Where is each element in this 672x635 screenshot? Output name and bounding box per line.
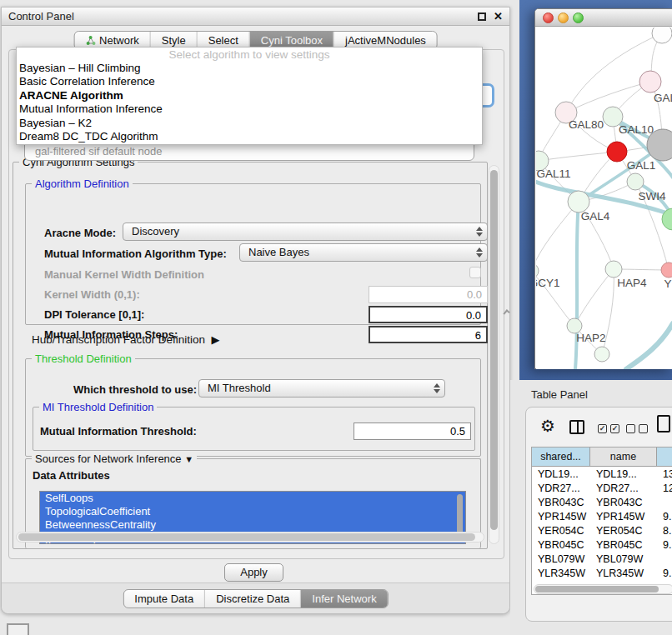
gear-icon[interactable]: ⚙	[540, 417, 555, 435]
sources-title-text: Sources for Network Inference	[35, 452, 182, 465]
data-attribute-item[interactable]: SelfLoops	[40, 492, 465, 505]
table-cell: 9.	[657, 538, 672, 552]
checked-box-icon[interactable]: ✓	[610, 424, 619, 433]
settings-horizontal-scrollbar[interactable]	[16, 532, 484, 542]
aracne-mode-combo[interactable]: Discovery	[123, 222, 488, 241]
close-traffic-light-icon[interactable]	[543, 12, 554, 23]
tab-discretize-data[interactable]: Discretize Data	[204, 590, 300, 608]
table-cell: 8.	[657, 524, 672, 538]
network-node[interactable]	[607, 142, 627, 162]
table-horizontal-scrollbar[interactable]	[534, 584, 672, 594]
table-cell: YPR145W	[532, 510, 590, 524]
network-node-label: GAL	[654, 92, 672, 104]
float-window-icon[interactable]	[478, 12, 486, 21]
column-layout-icon[interactable]	[569, 420, 584, 434]
checked-box-icon[interactable]: ✓	[598, 424, 607, 433]
table-cell: YIL052C	[590, 581, 657, 583]
network-window-titlebar	[535, 9, 672, 27]
algorithm-option[interactable]: Bayesian – K2	[17, 117, 482, 130]
mi-type-combo[interactable]: Naive Bayes	[239, 243, 488, 262]
unchecked-box-icon[interactable]	[626, 424, 635, 433]
algorithm-option[interactable]: Mutual Information Inference	[17, 102, 482, 116]
table-row[interactable]: YLR345WYLR345W9.	[532, 567, 672, 581]
network-icon	[85, 36, 95, 46]
table-cell: YDL19...	[532, 468, 590, 482]
settings-vertical-scrollbar[interactable]	[489, 165, 499, 544]
combo-stepper-icon	[475, 247, 483, 258]
network-node[interactable]	[594, 347, 609, 362]
column-header-partial[interactable]: A	[657, 448, 672, 467]
tab-infer-network[interactable]: Infer Network	[300, 590, 387, 608]
manual-kernel-checkbox[interactable]	[469, 267, 481, 278]
algorithm-option[interactable]: Basic Correlation Inference	[17, 75, 482, 88]
table-panel-title: Table Panel	[531, 388, 588, 401]
mi-steps-field[interactable]: 6	[369, 326, 488, 343]
table-cell: YIL052C	[532, 581, 590, 583]
table-cell: YBL079W	[532, 552, 590, 567]
table-row[interactable]: YPR145WYPR145W9.	[532, 510, 672, 524]
scrollbar-thumb[interactable]	[490, 170, 498, 530]
table-cell: YLR345W	[532, 567, 590, 581]
tab-impute-data[interactable]: Impute Data	[123, 590, 204, 608]
cyni-algorithm-settings-group: Cyni Algorithm Settings Algorithm Defini…	[13, 162, 488, 549]
network-node[interactable]	[605, 261, 622, 278]
network-node[interactable]	[652, 28, 672, 43]
table-row[interactable]: YBL079WYBL079W	[532, 552, 672, 567]
scrollbar-thumb[interactable]	[18, 533, 475, 541]
network-node[interactable]	[639, 71, 661, 92]
hub-tf-label: Hub/Transcription Factor Definition	[32, 333, 205, 346]
mi-threshold-field[interactable]: 0.5	[354, 422, 471, 440]
kernel-width-field[interactable]: 0.0	[369, 286, 488, 303]
scrollbar-thumb[interactable]	[535, 586, 659, 592]
table-cell: YDR27...	[532, 482, 590, 496]
minimize-traffic-light-icon[interactable]	[558, 12, 569, 23]
network-svg: GALGAL80GAL10GAL1GAL11SWI4GAL4GCY1HAP4YH…	[536, 28, 672, 369]
algorithm-option[interactable]: ARACNE Algorithm	[17, 89, 482, 102]
network-node-label: GAL1	[627, 159, 656, 172]
tab-label: Discretize Data	[216, 590, 289, 608]
column-header-name[interactable]: name	[590, 448, 657, 467]
screen: Control Panel ✕ Network Style	[0, 0, 672, 635]
data-attribute-item[interactable]: BetweennessCentrality	[40, 518, 465, 532]
collapse-arrow-icon: ▼	[184, 454, 193, 464]
table-cell: YER054C	[590, 524, 657, 538]
apply-button[interactable]: Apply	[224, 563, 283, 582]
close-window-icon[interactable]: ✕	[494, 8, 503, 26]
algorithm-option[interactable]: Dream8 DC_TDC Algorithm	[17, 130, 482, 143]
aracne-mode-label: Aracne Mode:	[44, 227, 116, 239]
table-row[interactable]: YIL052CYIL052C9.	[532, 581, 672, 583]
network-node[interactable]	[627, 173, 644, 190]
column-header-shared-name[interactable]: shared...	[532, 448, 590, 467]
algorithm-option[interactable]: Bayesian – Hill Climbing	[17, 62, 482, 75]
table-cell: YER054C	[532, 524, 590, 538]
table-row[interactable]: YBR043CYBR043C	[532, 496, 672, 510]
network-node[interactable]	[661, 262, 672, 278]
network-canvas[interactable]: GALGAL80GAL10GAL1GAL11SWI4GAL4GCY1HAP4YH…	[536, 28, 672, 369]
table-row[interactable]: YDR27...YDR27...12	[532, 482, 672, 496]
node-table: shared... name A YDL19...YDL19...13YDR27…	[531, 447, 672, 595]
algorithm-dropdown-list: Bayesian – Hill ClimbingBasic Correlatio…	[17, 62, 482, 143]
table-row[interactable]: YBR045CYBR045C9.	[532, 538, 672, 552]
network-node-label: HAP2	[576, 332, 605, 344]
mi-threshold-group-title: MI Threshold Definition	[39, 401, 157, 413]
table-header: shared... name A	[532, 448, 672, 467]
bottom-tab-area: Impute Data Discretize Data Infer Networ…	[2, 582, 509, 613]
collapsed-panel-icon[interactable]	[7, 623, 29, 635]
which-threshold-combo[interactable]: MI Threshold	[198, 379, 445, 398]
document-icon[interactable]	[657, 415, 670, 432]
network-node-label: GAL4	[581, 210, 610, 222]
hub-tf-definition-toggle[interactable]: Hub/Transcription Factor Definition ▶	[32, 333, 220, 346]
data-attribute-item[interactable]: TopologicalCoefficient	[40, 505, 465, 518]
sources-group-title[interactable]: Sources for Network Inference ▼	[32, 452, 197, 466]
dropdown-prompt: Select algorithm to view settings	[17, 48, 482, 62]
table-row[interactable]: YER054CYER054C8.	[532, 524, 672, 538]
unchecked-box-icon[interactable]	[639, 424, 648, 433]
algorithm-definition-title: Algorithm Definition	[32, 178, 133, 190]
tab-label: Impute Data	[134, 590, 193, 608]
table-cell: YBR043C	[590, 496, 657, 510]
zoom-traffic-light-icon[interactable]	[573, 12, 584, 23]
dpi-tolerance-label: DPI Tolerance [0,1]:	[44, 308, 144, 321]
dpi-tolerance-field[interactable]: 0.0	[369, 306, 488, 323]
table-cell: YLR345W	[590, 567, 657, 581]
table-row[interactable]: YDL19...YDL19...13	[532, 468, 672, 482]
